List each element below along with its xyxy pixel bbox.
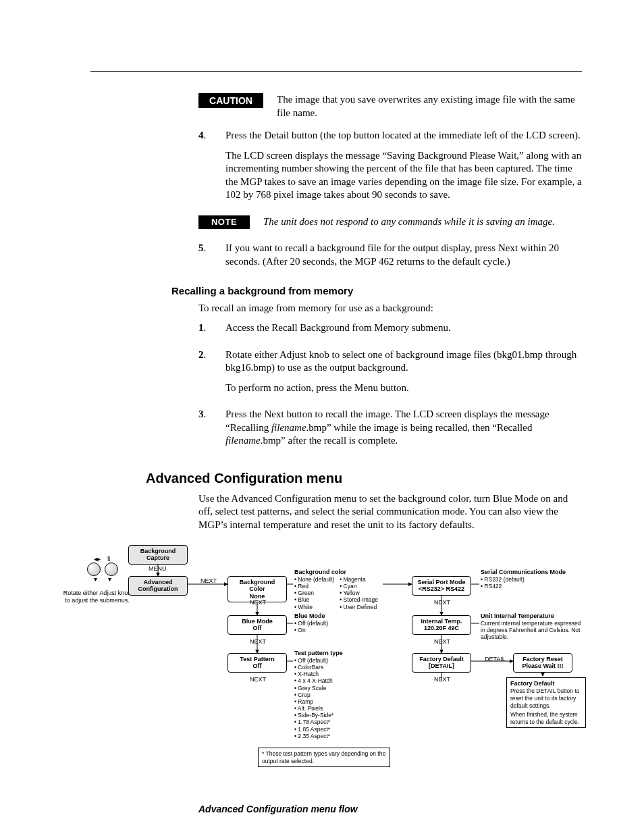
- recall-heading: Recalling a background from memory: [171, 284, 582, 298]
- next-label: NEXT: [434, 599, 450, 607]
- note-tag: NOTE: [198, 215, 250, 230]
- menu-label: MENU: [149, 565, 167, 573]
- next-label: NEXT: [434, 676, 450, 684]
- menu-flow-diagram: ◂▸ ⥮ ▾ ▾ Rotate either Adjust knobto adj…: [50, 545, 582, 795]
- lcd-adv-config: AdvancedConfiguration: [128, 576, 188, 596]
- step-number: 5.: [198, 242, 225, 255]
- caution-tag: CAUTION: [198, 93, 263, 108]
- step-number: 4.: [198, 129, 225, 142]
- lcd-temp: Internal Temp.120.20F 49C: [412, 615, 471, 635]
- step4-p1: Press the Detail button (the top button …: [225, 129, 582, 142]
- side-factdef: Factory Default Press the DETAIL button …: [506, 677, 586, 728]
- note-text: The unit does not respond to any command…: [263, 215, 555, 229]
- next-label: NEXT: [250, 676, 266, 684]
- lcd-test-pattern: Test PatternOff: [227, 653, 287, 673]
- step-number: 3.: [198, 408, 225, 421]
- adjust-knobs-icon: ◂▸ ⥮ ▾ ▾: [85, 554, 120, 583]
- detail-label: DETAIL: [485, 656, 506, 664]
- lcd-factory-reset: Factory ResetPlease Wait !!!: [513, 653, 572, 673]
- lcd-blue-mode: Blue ModeOff: [227, 615, 287, 635]
- next-label: NEXT: [250, 638, 266, 646]
- lcd-factory-default: Factory Default[DETAIL]: [412, 653, 471, 673]
- lcd-bg-capture: BackgroundCapture: [128, 545, 188, 565]
- adv-heading: Advanced Configuration menu: [146, 469, 582, 487]
- step-number: 2.: [198, 348, 225, 362]
- side-bgcolor: Background color • None (default) • Red …: [294, 569, 389, 610]
- next-label: NEXT: [434, 638, 450, 646]
- step-number: 1.: [198, 321, 225, 335]
- step5-p1: If you want to recall a background file …: [225, 242, 582, 268]
- rstep2-p2: To perform no action, press the Menu but…: [225, 382, 582, 395]
- side-temp: Unit Internal Temperature Current intern…: [481, 613, 582, 640]
- step4-p2: The LCD screen displays the message “Sav…: [225, 149, 582, 202]
- side-testpat: Test pattern type • Off (default) • Colo…: [294, 650, 343, 739]
- side-serial: Serial Communications Mode • RS232 (defa…: [481, 569, 582, 590]
- rstep1-p1: Access the Recall Background from Memory…: [225, 321, 582, 335]
- next-label: NEXT: [200, 577, 217, 585]
- rstep3-p1: Press the Next button to recall the imag…: [225, 408, 582, 448]
- rstep2-p1: Rotate either Adjust knob to select one …: [225, 348, 582, 375]
- adv-intro: Use the Advanced Configuration menu to s…: [198, 492, 582, 532]
- side-testpat-foot: * These test pattern types vary dependin…: [258, 748, 390, 767]
- recall-intro: To recall an image from memory for use a…: [198, 302, 582, 315]
- caution-text: The image that you save overwrites any e…: [277, 93, 582, 120]
- lcd-serial: Serial Port Mode<RS232> RS422: [412, 576, 471, 596]
- figure-caption: Advanced Configuration menu flow: [198, 803, 582, 815]
- side-bluemode: Blue Mode • Off (default) • On: [294, 613, 328, 633]
- next-label: NEXT: [250, 599, 266, 607]
